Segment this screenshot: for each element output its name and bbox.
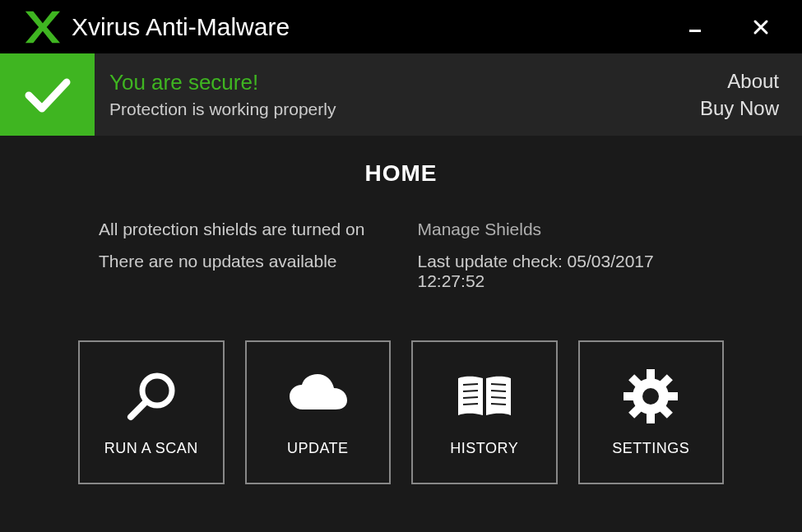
status-subtitle: Protection is working properly xyxy=(109,99,685,119)
cloud-icon xyxy=(285,368,350,425)
shields-status-text: All protection shields are turned on xyxy=(99,220,385,239)
info-grid: All protection shields are turned on Man… xyxy=(33,220,769,291)
tile-label: UPDATE xyxy=(287,440,349,457)
svg-line-6 xyxy=(463,404,478,405)
status-links: About Buy Now xyxy=(700,53,802,136)
app-logo-icon xyxy=(21,7,62,48)
app-title: Xvirus Anti-Malware xyxy=(72,13,683,41)
history-tile[interactable]: HISTORY xyxy=(411,340,558,484)
svg-line-3 xyxy=(463,384,478,385)
about-link[interactable]: About xyxy=(727,70,779,93)
buy-now-link[interactable]: Buy Now xyxy=(700,97,779,120)
close-button[interactable] xyxy=(749,15,773,39)
svg-point-20 xyxy=(642,388,659,405)
svg-line-2 xyxy=(131,402,146,417)
svg-line-5 xyxy=(463,397,478,398)
status-bar: You are secure! Protection is working pr… xyxy=(0,53,802,136)
run-scan-tile[interactable]: RUN A SCAN xyxy=(78,340,225,484)
minimize-button[interactable] xyxy=(683,15,707,39)
tile-label: SETTINGS xyxy=(612,440,689,457)
status-text-block: You are secure! Protection is working pr… xyxy=(95,53,700,136)
last-update-text: Last update check: 05/03/2017 12:27:52 xyxy=(418,252,704,291)
svg-line-4 xyxy=(463,391,478,391)
gear-icon xyxy=(622,368,679,425)
tile-label: HISTORY xyxy=(450,440,518,457)
svg-line-8 xyxy=(491,391,506,391)
tile-label: RUN A SCAN xyxy=(104,440,198,457)
book-icon xyxy=(452,368,517,425)
manage-shields-link[interactable]: Manage Shields xyxy=(418,220,704,239)
titlebar: Xvirus Anti-Malware xyxy=(0,0,802,53)
magnifier-icon xyxy=(123,368,180,425)
svg-rect-0 xyxy=(689,30,701,32)
svg-line-9 xyxy=(491,397,506,398)
update-tile[interactable]: UPDATE xyxy=(245,340,392,484)
action-tiles: RUN A SCAN UPDATE xyxy=(33,340,769,484)
status-title: You are secure! xyxy=(109,70,685,95)
svg-line-7 xyxy=(491,384,506,385)
page-title: HOME xyxy=(33,160,769,187)
svg-line-10 xyxy=(491,404,506,405)
status-check-icon xyxy=(0,53,95,136)
window-controls xyxy=(683,15,790,39)
settings-tile[interactable]: SETTINGS xyxy=(578,340,725,484)
main-content: HOME All protection shields are turned o… xyxy=(0,136,802,509)
updates-status-text: There are no updates available xyxy=(99,252,385,291)
